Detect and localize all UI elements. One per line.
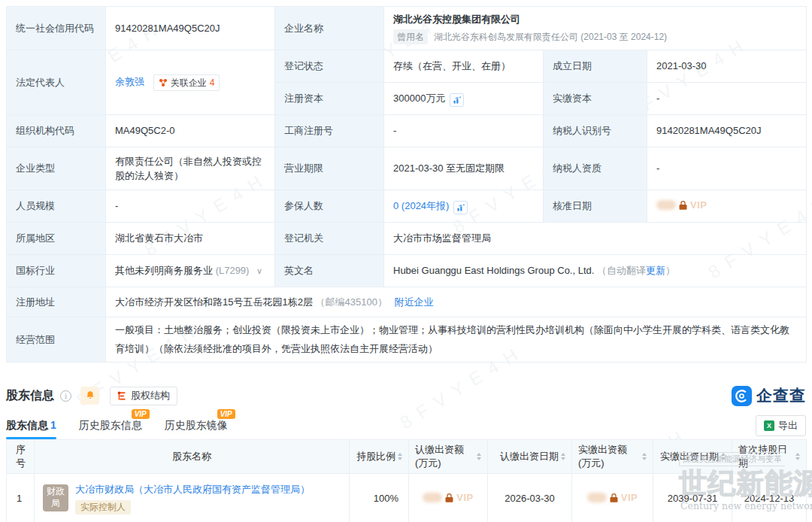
sort-icon: [398, 453, 402, 460]
sort-icon: [477, 453, 481, 460]
en-name-note-close: ）: [665, 265, 675, 276]
en-name-label: 英文名: [275, 255, 384, 287]
approval-date-vip-locked[interactable]: VIP: [656, 198, 707, 213]
address-label: 注册地址: [7, 287, 106, 317]
paid-capital-label: 实缴资本: [544, 83, 647, 115]
shareholders-table: 序号 股东名称 持股比例 认缴出资额(万元) 认缴出资日期 实缴出资额(万元) …: [6, 439, 807, 522]
col-subscribed-date[interactable]: 认缴出资日期: [494, 450, 565, 463]
chevron-down-icon[interactable]: ∨: [256, 266, 262, 275]
staff-size-label: 人员规模: [7, 190, 106, 223]
blurred-value: [656, 200, 676, 210]
former-name: 湖北光谷东科创岛发展有限责任公司 (2021-03 至 2024-12): [434, 30, 667, 44]
shareholders-title: 股东信息: [6, 388, 54, 404]
bell-button[interactable]: [80, 387, 99, 405]
biz-reg-no-label: 工商注册号: [275, 115, 384, 147]
equity-structure-label: 股权结构: [131, 389, 170, 402]
tab-label: 股东信息: [6, 419, 48, 431]
uscc-label: 统一社会信用代码: [7, 7, 106, 50]
qcc-brand: 企查查: [732, 385, 806, 406]
bell-icon: [85, 390, 95, 401]
trend-chart-icon[interactable]: [453, 201, 468, 214]
col-shareholder-name: 股东名称: [35, 440, 350, 474]
tab-shareholders-mirror[interactable]: 历史股东镜像 VIP: [165, 419, 228, 439]
related-companies-badge[interactable]: 关联企业 4: [153, 74, 220, 91]
trend-chart-icon[interactable]: [450, 93, 464, 107]
col-ratio[interactable]: 持股比例: [356, 450, 402, 463]
blurred-value: [587, 493, 607, 502]
en-name-update-link[interactable]: 更新: [646, 265, 665, 276]
col-label: 持股比例: [356, 450, 395, 463]
paid-capital-value: -: [647, 83, 807, 115]
tab-label: 历史股东信息: [79, 419, 142, 431]
biz-reg-no-value: -: [384, 115, 544, 147]
region-value: 湖北省黄石市大冶市: [106, 223, 275, 255]
legal-rep-label: 法定代表人: [7, 50, 106, 115]
vip-badge: VIP: [132, 409, 150, 419]
equity-structure-button[interactable]: 股权结构: [110, 387, 177, 405]
taxpayer-qual-value: -: [647, 147, 807, 190]
former-name-badge: 曾用名: [393, 29, 428, 44]
shareholders-section-header: 股东信息 i 股权结构 企查查: [6, 385, 806, 406]
vip-label: VIP: [621, 492, 638, 503]
taxpayer-id-value: 91420281MA49Q5C20J: [647, 115, 807, 147]
address-zip: （邮编435100）: [316, 296, 387, 308]
col-subscribed-amount[interactable]: 认缴出资额(万元): [415, 443, 481, 470]
taxpayer-qual-label: 纳税人资质: [544, 147, 647, 190]
col-label: 认缴出资日期: [500, 450, 559, 463]
ent-type-label: 企业类型: [7, 147, 106, 190]
subscribed-amount-vip-locked[interactable]: VIP: [423, 492, 473, 503]
insured-value-link[interactable]: 0 (2024年报): [393, 200, 449, 211]
sort-icon: [721, 453, 726, 460]
industry-label: 国标行业: [7, 255, 106, 287]
col-label: 实缴出资日期: [660, 450, 719, 463]
reg-status-label: 登记状态: [275, 50, 384, 83]
paid-date-value: 2039-07-31: [653, 474, 732, 522]
tab-shareholders-current[interactable]: 股东信息1: [6, 419, 56, 439]
col-label: 实缴出资额(万元): [578, 443, 640, 470]
info-icon[interactable]: i: [60, 390, 71, 402]
approval-date-label: 核准日期: [544, 190, 647, 223]
export-button[interactable]: X 导出: [756, 415, 806, 436]
shareholders-tabs: 股东信息1 历史股东信息 VIP 历史股东镜像 VIP X 导出: [6, 417, 806, 439]
vip-badge: VIP: [217, 409, 235, 419]
taxpayer-id-label: 纳税人识别号: [544, 115, 647, 147]
actual-controller-tag: 实际控制人: [75, 500, 131, 514]
shareholder-avatar: 财政局: [43, 484, 68, 511]
col-label: 首次持股日期: [738, 443, 793, 470]
biz-term-label: 营业期限: [275, 147, 384, 190]
reg-capital-value: 300000万元: [393, 93, 445, 104]
uscc-value: 91420281MA49Q5C20J: [106, 7, 275, 50]
scope-label: 经营范围: [7, 317, 106, 363]
reg-status-value: 存续（在营、开业、在册）: [384, 50, 544, 83]
paid-amount-vip-locked[interactable]: VIP: [587, 492, 638, 503]
est-date-label: 成立日期: [544, 50, 647, 83]
tab-shareholders-history[interactable]: 历史股东信息 VIP: [79, 419, 142, 439]
lock-icon: [444, 492, 455, 503]
reg-authority-value: 大冶市市场监督管理局: [384, 223, 807, 255]
nearby-companies-link[interactable]: 附近企业: [395, 296, 434, 308]
table-header-row: 序号 股东名称 持股比例 认缴出资额(万元) 认缴出资日期 实缴出资额(万元) …: [7, 440, 807, 474]
qcc-brand-name: 企查查: [756, 385, 806, 406]
blurred-value: [423, 493, 442, 502]
industry-code: (L7299): [216, 265, 250, 276]
insured-label: 参保人数: [275, 190, 384, 223]
scope-value: 一般项目：土地整治服务；创业投资（限投资未上市企业）；物业管理；从事科技培训的营…: [106, 317, 807, 363]
sort-icon: [795, 453, 800, 460]
first-date-value: 2024-12-13: [732, 474, 807, 522]
ratio-value: 100%: [350, 474, 409, 522]
company-name-label: 企业名称: [275, 7, 384, 50]
shareholder-name-link[interactable]: 大冶市财政局（大冶市人民政府国有资产监督管理局）: [75, 484, 310, 495]
tab-label: 历史股东镜像: [165, 419, 228, 431]
org-code-label: 组织机构代码: [7, 115, 106, 147]
related-companies-label: 关联企业: [171, 76, 207, 90]
network-icon: [159, 78, 168, 87]
legal-rep-link[interactable]: 余敦强: [115, 76, 144, 87]
vip-label: VIP: [456, 492, 473, 503]
industry-value: 其他未列明商务服务业: [115, 265, 213, 276]
row-index: 1: [7, 474, 35, 522]
col-first-date[interactable]: 首次持股日期: [738, 443, 800, 470]
col-paid-date[interactable]: 实缴出资日期: [659, 450, 726, 463]
col-paid-amount[interactable]: 实缴出资额(万元): [578, 443, 647, 470]
col-label: 认缴出资额(万元): [415, 443, 474, 470]
region-label: 所属地区: [7, 223, 106, 255]
